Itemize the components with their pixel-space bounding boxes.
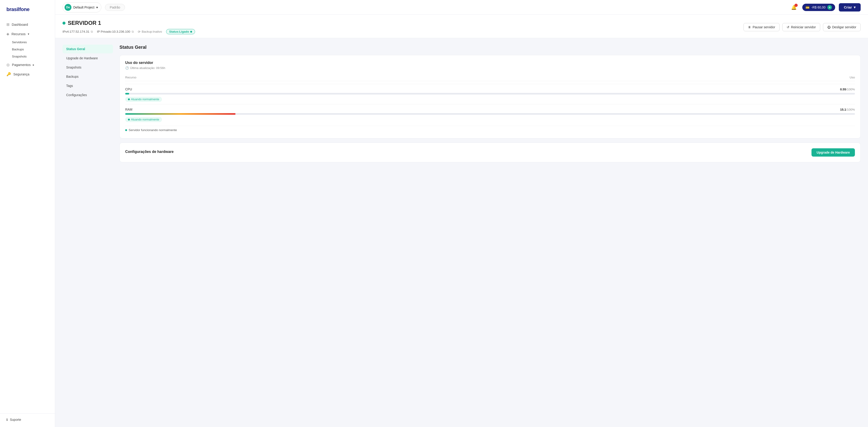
hardware-card: Configurações de hardware Upgrade de Har… xyxy=(120,143,861,162)
sidebar: brasilfone ⊞ Dashboard ◈ Recursos ▾ Serv… xyxy=(0,0,55,427)
ram-progress-bar xyxy=(125,113,855,115)
project-selector[interactable]: De Default Project ▾ xyxy=(62,2,101,12)
ipv4-meta: IPv4:177.52.174.31 ⧉ xyxy=(62,30,93,34)
sidebar-item-seguranca[interactable]: 🔑 Segurança xyxy=(0,69,55,79)
ip-privado-meta: IP Privado:10.3.236.100 ⧉ xyxy=(97,30,134,34)
key-icon: 🔑 xyxy=(6,72,11,76)
left-nav: Status Geral Upgrade de Hardware Snapsho… xyxy=(62,45,113,413)
main-body: Status Geral Upgrade de Hardware Snapsho… xyxy=(55,38,868,419)
desligar-label: Desligar servidor xyxy=(832,25,856,29)
sidebar-item-dashboard-label: Dashboard xyxy=(12,23,28,26)
cpu-status-pill: Atuando normalmente xyxy=(125,97,855,102)
clock-icon: 🕐 xyxy=(125,66,129,70)
uso-col-label: Uso xyxy=(849,76,855,79)
server-actions: ⏸ Pausar servidor ↺ Reiniciar servidor ⏻… xyxy=(743,23,861,31)
right-content: Status Geral Uso do servidor 🕐 Última at… xyxy=(120,45,861,413)
recursos-icon: ◈ xyxy=(6,32,9,36)
copy-ipv4-icon[interactable]: ⧉ xyxy=(91,30,93,34)
cpu-status-text: Atuando normalmente xyxy=(125,97,162,102)
ram-status-pill: Atuando normalmente xyxy=(125,117,855,122)
sidebar-submenu-recursos: Servidores Backups Snapshots xyxy=(0,39,55,60)
left-nav-upgrade-hardware[interactable]: Upgrade de Hardware xyxy=(62,54,113,62)
pausar-servidor-button[interactable]: ⏸ Pausar servidor xyxy=(743,23,779,31)
server-title: SERVIDOR 1 xyxy=(62,20,743,26)
sidebar-item-snapshots[interactable]: Snapshots xyxy=(12,53,55,60)
server-ok-row: Servidor funcionando normalmente xyxy=(125,126,855,133)
balance-amount: -R$ 60,00 xyxy=(811,5,825,9)
left-nav-tags[interactable]: Tags xyxy=(62,81,113,90)
server-ok-text: Servidor funcionando normalmente xyxy=(129,128,177,132)
left-nav-upgrade-label: Upgrade de Hardware xyxy=(66,56,98,60)
left-nav-status-geral[interactable]: Status Geral xyxy=(62,45,113,53)
cpu-label: CPU xyxy=(125,87,132,91)
ram-label: RAM xyxy=(125,108,132,111)
pagamentos-icon: ◎ xyxy=(6,62,10,67)
upgrade-hardware-button[interactable]: Upgrade de Hardware xyxy=(811,148,855,156)
power-icon: ⏻ xyxy=(827,25,831,29)
pausar-label: Pausar servidor xyxy=(753,25,775,29)
ip-privado-label: IP Privado:10.3.236.100 xyxy=(97,30,130,33)
left-nav-backups[interactable]: Backups xyxy=(62,72,113,81)
reiniciar-servidor-button[interactable]: ↺ Reiniciar servidor xyxy=(782,23,820,31)
page-content: SERVIDOR 1 IPv4:177.52.174.31 ⧉ IP Priva… xyxy=(55,15,868,427)
ram-status-text: Atuando normalmente xyxy=(125,117,162,122)
sidebar-item-recursos-label: Recursos xyxy=(11,32,26,36)
desligar-servidor-button[interactable]: ⏻ Desligar servidor xyxy=(823,23,861,31)
add-balance-button[interactable]: + xyxy=(827,5,832,10)
uso-servidor-card: Uso do servidor 🕐 Última atualização: 09… xyxy=(120,55,861,138)
ram-progress-fill xyxy=(125,113,236,115)
sidebar-item-recursos[interactable]: ◈ Recursos ▾ xyxy=(0,29,55,39)
copy-ip-privado-icon[interactable]: ⧉ xyxy=(132,30,134,34)
ram-status-dot xyxy=(128,119,130,120)
sidebar-item-backups[interactable]: Backups xyxy=(12,46,55,53)
resource-header: Recurso Uso xyxy=(125,74,855,81)
server-header: SERVIDOR 1 IPv4:177.52.174.31 ⧉ IP Priva… xyxy=(55,15,868,38)
left-nav-configuracoes[interactable]: Configurações xyxy=(62,91,113,99)
criar-button[interactable]: Criar ▾ xyxy=(839,3,861,11)
sidebar-item-servidores[interactable]: Servidores xyxy=(12,39,55,46)
sidebar-item-pagamentos[interactable]: ◎ Pagamentos ▸ xyxy=(0,60,55,69)
server-ok-dot xyxy=(125,129,127,131)
project-name: Default Project xyxy=(73,5,94,9)
restart-icon: ↺ xyxy=(787,25,789,29)
chevron-right-icon: ▸ xyxy=(33,63,34,66)
status-badge: Status:Ligado xyxy=(166,29,195,34)
sidebar-suporte-label: Suporte xyxy=(10,418,21,422)
reiniciar-label: Reiniciar servidor xyxy=(791,25,816,29)
sidebar-footer: ℹ Suporte xyxy=(0,414,55,427)
cpu-status-dot xyxy=(128,98,130,100)
sidebar-item-dashboard[interactable]: ⊞ Dashboard xyxy=(0,20,55,29)
backup-icon: ⟳ xyxy=(138,30,141,34)
hardware-title: Configurações de hardware xyxy=(125,150,174,154)
ram-value: 15.1/100% xyxy=(840,108,855,111)
logo: brasilfone xyxy=(0,6,55,20)
main-content: De Default Project ▾ Padrão 🔔 💳 -R$ 60,0… xyxy=(55,0,868,427)
left-nav-tags-label: Tags xyxy=(66,84,73,88)
left-nav-snapshots[interactable]: Snapshots xyxy=(62,63,113,72)
left-nav-configuracoes-label: Configurações xyxy=(66,93,87,97)
backup-label: Backup:Inativo xyxy=(142,30,162,33)
server-name: SERVIDOR 1 xyxy=(68,20,101,26)
server-title-area: SERVIDOR 1 IPv4:177.52.174.31 ⧉ IP Priva… xyxy=(62,20,743,34)
pause-icon: ⏸ xyxy=(748,25,751,29)
cpu-progress-bar xyxy=(125,93,855,94)
sidebar-item-pagamentos-label: Pagamentos xyxy=(12,63,31,67)
padrão-selector[interactable]: Padrão xyxy=(105,4,125,11)
dashboard-icon: ⊞ xyxy=(6,22,9,27)
section-title: Status Geral xyxy=(120,45,861,50)
last-update: 🕐 Última atualização: 09:56h xyxy=(125,66,855,70)
ipv4-label: IPv4:177.52.174.31 xyxy=(62,30,89,33)
criar-label: Criar xyxy=(844,5,852,9)
sidebar-nav: ⊞ Dashboard ◈ Recursos ▾ Servidores Back… xyxy=(0,20,55,414)
status-active-dot xyxy=(190,31,192,33)
last-update-text: Última atualização: 09:56h xyxy=(130,66,165,70)
chevron-down-icon: ▾ xyxy=(28,32,29,36)
topbar: De Default Project ▾ Padrão 🔔 💳 -R$ 60,0… xyxy=(55,0,868,15)
ram-row: RAM 15.1/100% Atu xyxy=(125,104,855,124)
wallet-icon: 💳 xyxy=(806,5,809,9)
notification-bell[interactable]: 🔔 xyxy=(791,5,797,10)
cpu-row: CPU 0.55/100% Atu xyxy=(125,84,855,104)
sidebar-item-suporte[interactable]: ℹ Suporte xyxy=(6,418,49,422)
balance-widget[interactable]: 💳 -R$ 60,00 + xyxy=(802,4,835,11)
uso-servidor-title: Uso do servidor xyxy=(125,61,855,65)
